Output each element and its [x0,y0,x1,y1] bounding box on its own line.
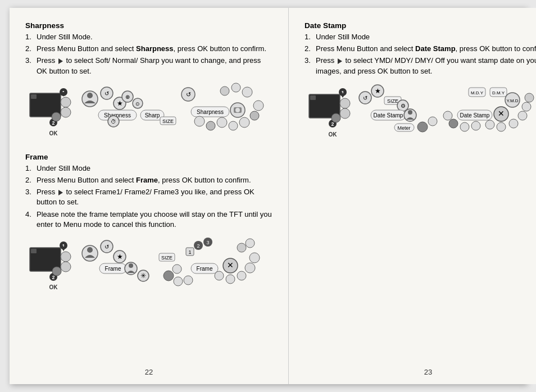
svg-text:⏱: ⏱ [111,118,116,125]
svg-point-55 [61,262,71,272]
svg-text:⊕: ⊕ [125,94,130,100]
svg-text:M.D.Y: M.D.Y [471,90,484,95]
svg-text:OK: OK [329,131,338,138]
datestamp-svg: 1 2 OK ↺ ★ SIZE [305,82,536,144]
svg-point-45 [242,87,252,97]
svg-rect-47 [31,249,37,253]
svg-point-82 [163,271,174,281]
svg-point-38 [217,117,227,127]
svg-point-131 [460,122,469,131]
list-item: 1. Under Still Mode [305,32,536,42]
svg-text:SIZE: SIZE [387,98,398,104]
svg-text:Frame: Frame [197,266,213,272]
page-number-left: 22 [145,368,153,376]
page-left: Sharpness 1. Under Still Mode. 2. Press … [10,8,289,384]
svg-point-54 [61,252,71,262]
sharpness-title: Sharpness [25,21,272,30]
svg-point-100 [340,98,350,108]
list-item: 3. Press to select Soft/ Normal/ Sharp y… [25,56,272,76]
svg-point-36 [194,116,205,126]
svg-text:↺: ↺ [186,91,191,98]
list-item: 2. Press Menu Button and select Sharpnes… [25,44,272,54]
svg-point-137 [522,102,531,111]
list-item: 2. Press Menu Button and select Date Sta… [305,44,536,54]
list-item: 1. Under Still Mode [25,163,272,174]
svg-point-101 [340,108,350,118]
svg-point-68 [129,263,133,268]
svg-text:2: 2 [331,121,334,127]
svg-text:3: 3 [206,240,209,245]
svg-point-117 [417,122,428,132]
list-item: 1. Under Still Mode. [25,32,272,42]
sharpness-list: 1. Under Still Mode. 2. Press Menu Butto… [25,32,272,76]
svg-text:1: 1 [188,249,191,255]
svg-text:Sharpness: Sharpness [197,109,224,115]
arrow-right-icon [58,58,63,64]
svg-point-41 [250,111,259,120]
datestamp-title: Date Stamp [305,21,536,30]
book-spread: Sharpness 1. Under Still Mode. 2. Press … [10,8,526,384]
svg-point-90 [237,243,246,252]
svg-text:↺: ↺ [105,90,109,97]
svg-text:⊙: ⊙ [135,101,140,107]
arrow-right-icon [338,58,342,64]
svg-point-91 [246,239,255,248]
svg-rect-1 [31,94,37,99]
svg-point-134 [497,122,506,131]
datestamp-section: Date Stamp 1. Under Still Mode 2. Press … [305,21,536,76]
frame-title: Frame [25,153,272,161]
svg-rect-93 [310,95,316,100]
svg-text:SIZE: SIZE [161,255,172,261]
svg-point-35 [235,108,240,112]
frame-section: Frame 1. Under Still Mode 2. Press Menu … [25,153,272,230]
svg-point-9 [61,107,71,117]
svg-point-10 [52,112,61,121]
svg-text:SIZE: SIZE [162,118,174,124]
svg-text:✕: ✕ [498,109,505,118]
svg-point-88 [245,263,255,273]
svg-point-43 [220,86,229,95]
arrow-right-icon [58,190,63,195]
svg-point-102 [331,113,340,122]
page-number-right: 23 [424,368,432,376]
svg-point-130 [449,119,458,128]
svg-point-8 [61,97,71,107]
svg-text:OK: OK [49,284,58,290]
datestamp-list: 1. Under Still Mode 2. Press Menu Button… [305,32,536,76]
svg-text:↺: ↺ [363,95,367,101]
svg-text:✳: ✳ [140,272,146,280]
svg-point-136 [518,111,527,120]
svg-point-132 [471,121,480,130]
list-item: 4. Please note the frame template you ch… [25,209,272,230]
list-item: 3. Press to select Frame1/ Frame2/ Frame… [25,187,272,207]
svg-text:Frame: Frame [105,266,121,272]
sharpness-diagram: 1 2 OK ↺ [25,82,272,144]
svg-point-12 [87,93,93,98]
svg-point-87 [237,271,246,280]
list-item: 3. Press to select YMD/ MDY/ DMY/ Off yo… [305,56,536,76]
svg-point-89 [249,253,260,263]
svg-text:2: 2 [52,275,54,280]
svg-point-37 [206,121,215,130]
svg-point-42 [253,101,264,111]
svg-point-138 [525,93,534,102]
svg-point-86 [226,275,235,284]
svg-text:Date Stamp: Date Stamp [460,112,490,118]
svg-point-133 [485,120,494,129]
svg-point-39 [229,121,238,130]
svg-text:D.M.Y: D.M.Y [492,90,505,95]
svg-text:⚙: ⚙ [401,103,406,109]
svg-text:2: 2 [197,243,199,249]
svg-text:↺: ↺ [105,244,109,250]
svg-text:✕: ✕ [227,261,234,270]
svg-point-114 [408,110,412,115]
svg-point-135 [509,119,518,128]
svg-point-56 [52,267,61,276]
svg-point-85 [215,271,224,280]
svg-point-84 [184,276,193,285]
page-right: Date Stamp 1. Under Still Mode 2. Press … [289,8,536,384]
svg-text:★: ★ [117,253,123,261]
svg-text:Sharp: Sharp [145,112,160,118]
frame-diagram: 1 2 OK ↺ ★ [25,235,272,297]
svg-text:★: ★ [375,87,381,95]
